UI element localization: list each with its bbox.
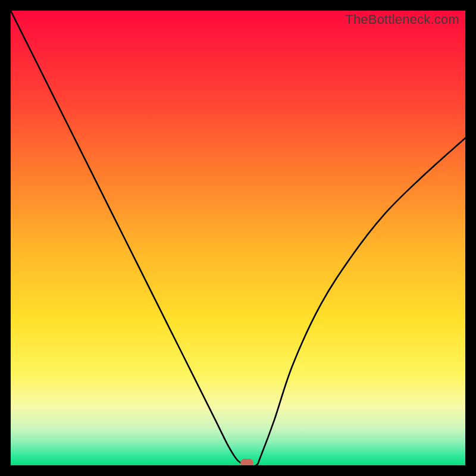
chart-frame: TheBottleneck.com — [0, 0, 476, 476]
curve-svg — [11, 11, 465, 465]
watermark-text: TheBottleneck.com — [345, 12, 459, 27]
bottleneck-curve-path — [11, 11, 465, 465]
plot-area: TheBottleneck.com — [11, 11, 465, 465]
optimal-point-marker — [240, 459, 253, 465]
